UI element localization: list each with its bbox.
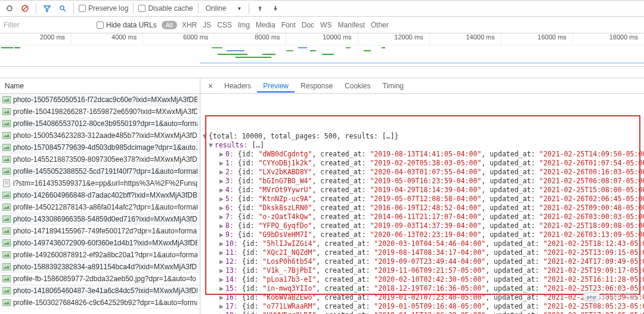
json-result-item[interactable]: ▶ 7: {id: "o-zOatT4kQw", created_at: "20… xyxy=(203,213,640,221)
preview-content[interactable]: phpphp中文网 ▼ {total: 10000, total_pages: … xyxy=(200,94,644,314)
request-row[interactable]: photo-1471894155967-749fe500172d?dpr=1&a… xyxy=(0,225,200,237)
hide-data-urls-checkbox[interactable]: Hide data URLs xyxy=(97,21,157,29)
close-icon[interactable]: × xyxy=(204,81,217,91)
json-result-item[interactable]: ▶ 3: {id: "bGInG7BO_W4", created_at: "20… xyxy=(203,177,640,186)
json-result-item[interactable]: ▶ 11: {id: "XQc2I_NQZdM", created_at: "2… xyxy=(203,248,640,257)
request-name: photo-1426604966848-d7adac402bff?ixid=MX… xyxy=(13,191,197,199)
image-file-icon xyxy=(2,131,11,140)
request-row[interactable]: profile-1503027684826-c9c642529b92?dpr=1… xyxy=(0,297,200,309)
request-row[interactable]: photo-1588392382834-a891154bca4d?ixid=MX… xyxy=(0,261,200,273)
json-result-item[interactable]: ▶ 10: {id: "5hlIJwIZGi4", created_at: "2… xyxy=(203,239,640,248)
throttling-select[interactable]: Online ▼ xyxy=(203,4,244,13)
filter-type-media[interactable]: Media xyxy=(256,21,275,29)
filter-type-img[interactable]: Img xyxy=(238,21,250,29)
json-result-item[interactable]: ▶ 2: {id: "LXv2bKABD8Y", created_at: "20… xyxy=(203,168,640,177)
json-result-item[interactable]: ▶ 4: {id: "MVrOt9YywrU", created_at: "20… xyxy=(203,186,640,195)
svg-rect-14 xyxy=(3,144,11,150)
json-result-item[interactable]: ▶ 12: {id: "LosP0h6tb54", created_at: "2… xyxy=(203,257,640,266)
ruler-tick: 2000 ms xyxy=(0,33,71,45)
json-result-item[interactable]: ▶ 5: {id: "KtnNZp-uc9A", created_at: "20… xyxy=(203,195,640,204)
request-row[interactable]: photo-1505765050516-f72dcac9c60e?ixid=MX… xyxy=(0,94,200,106)
clear-icon[interactable] xyxy=(19,2,31,14)
json-result-item[interactable]: ▶ 6: {id: "Dksk8szLRN0", created_at: "20… xyxy=(203,204,640,213)
filter-all-badge[interactable]: All xyxy=(162,21,177,29)
image-file-icon xyxy=(2,96,11,104)
tab-headers[interactable]: Headers xyxy=(218,79,257,93)
disable-cache-checkbox[interactable]: Disable cache xyxy=(138,4,193,13)
filter-type-other[interactable]: Other xyxy=(371,21,389,29)
json-result-item[interactable]: ▶ 9: {id: "G9bDsVeHM7I", created_at: "20… xyxy=(203,230,640,239)
ruler-tick: 14000 ms xyxy=(429,33,501,45)
request-row[interactable]: photo-1426604966848-d7adac402bff?ixid=MX… xyxy=(0,189,200,201)
request-row[interactable]: profile-1455052388552-5cd7191f40f7?dpr=1… xyxy=(0,165,200,177)
request-row[interactable]: photo-1497436072909-60f360e1d4b1?ixid=MX… xyxy=(0,237,200,249)
main-panel: Name photo-1505765050516-f72dcac9c60e?ix… xyxy=(0,78,644,314)
filter-input[interactable] xyxy=(2,20,92,30)
request-name: photo-1505765050516-f72dcac9c60e?ixid=MX… xyxy=(13,96,197,104)
json-result-item[interactable]: ▶ 8: {id: "YFPQ_6yqfDo", created_at: "20… xyxy=(203,221,640,230)
filter-type-js[interactable]: JS xyxy=(203,21,211,29)
image-file-icon xyxy=(2,143,11,152)
request-name: photo-1588392382834-a891154bca4d?ixid=MX… xyxy=(13,263,197,271)
svg-rect-10 xyxy=(3,120,11,127)
svg-rect-34 xyxy=(3,251,11,258)
tab-timing[interactable]: Timing xyxy=(376,79,410,93)
separator xyxy=(249,3,249,14)
request-row[interactable]: profile-1492600878912-ef92a8bc20a1?dpr=1… xyxy=(0,249,200,261)
image-file-icon xyxy=(2,107,11,116)
preserve-log-checkbox[interactable]: Preserve log xyxy=(79,4,128,13)
svg-rect-6 xyxy=(3,96,11,103)
download-icon[interactable] xyxy=(270,2,281,14)
filter-icon[interactable] xyxy=(41,2,53,14)
tab-response[interactable]: Response xyxy=(295,79,339,93)
spacer xyxy=(0,67,644,78)
json-root[interactable]: ▼ {total: 10000, total_pages: 500, resul… xyxy=(203,132,640,141)
search-icon[interactable] xyxy=(57,2,69,14)
separator xyxy=(36,3,36,14)
svg-rect-36 xyxy=(3,263,11,270)
request-row[interactable]: profile-1450212878143-a86fa014afc2?dpr=1… xyxy=(0,201,200,213)
svg-rect-24 xyxy=(3,192,11,198)
json-results[interactable]: ▼ results: […] xyxy=(203,141,640,150)
svg-point-0 xyxy=(7,6,12,11)
network-toolbar: Preserve log Disable cache Online ▼ xyxy=(0,0,644,17)
svg-marker-3 xyxy=(44,6,50,11)
filter-type-font[interactable]: Font xyxy=(281,21,296,29)
json-result-item[interactable]: ▶ 0: {id: "dWB0dCgdntg", created_at: "20… xyxy=(203,150,640,159)
svg-rect-12 xyxy=(3,132,11,138)
filter-type-css[interactable]: CSS xyxy=(217,21,232,29)
request-row[interactable]: i?stm=1614353599371&e=pp&url=https%3A%2F… xyxy=(0,177,200,189)
filter-type-xhr[interactable]: XHR xyxy=(182,21,197,29)
svg-rect-26 xyxy=(3,204,11,210)
request-name: photo-1418065460487-3e41a6c84dc5?ixid=MX… xyxy=(13,287,197,295)
request-row[interactable]: photo-1455218873509-8097305ee378?ixid=MX… xyxy=(0,153,200,165)
tab-preview[interactable]: Preview xyxy=(257,79,295,93)
request-name: profile-1450212878143-a86fa014afc2?dpr=1… xyxy=(13,203,197,211)
request-row[interactable]: profile-1540865537012-80ce3b955019?dpr=1… xyxy=(0,118,200,130)
request-row[interactable]: profile-fb-1586085977-2dbda32aeb50.jpg?d… xyxy=(0,273,200,285)
image-file-icon xyxy=(2,275,11,283)
upload-icon[interactable] xyxy=(254,2,266,14)
image-file-icon xyxy=(2,167,11,176)
request-row[interactable]: photo-1418065460487-3e41a6c84dc5?ixid=MX… xyxy=(0,285,200,297)
json-result-item[interactable]: ▶ 18: {id: "VVWWBrr0LDI", created_at: "2… xyxy=(203,311,640,314)
details-panel: × HeadersPreviewResponseCookiesTiming ph… xyxy=(200,78,644,314)
request-name: profile-1503027684826-c9c642529b92?dpr=1… xyxy=(13,298,197,307)
name-column-header[interactable]: Name xyxy=(0,78,200,94)
json-result-item[interactable]: ▶ 1: {id: "CYYoDBj1k2k", created_at: "20… xyxy=(203,159,640,168)
request-row[interactable]: photo-1433086966358-54859d0ed716?ixid=MX… xyxy=(0,213,200,225)
record-icon[interactable] xyxy=(4,2,16,14)
request-row[interactable]: photo-1570845779639-4d503db985dcimage?dp… xyxy=(0,141,200,153)
timeline-overview[interactable]: 2000 ms4000 ms6000 ms8000 ms10000 ms1200… xyxy=(0,33,644,67)
request-row[interactable]: profile-1504198266287-1659872e6590?ixid=… xyxy=(0,106,200,118)
filter-type-manifest[interactable]: Manifest xyxy=(338,21,364,29)
svg-line-5 xyxy=(64,10,66,11)
request-row[interactable]: photo-1500534623283-312aade485b7?ixid=MX… xyxy=(0,130,200,141)
svg-rect-30 xyxy=(3,227,11,234)
svg-rect-38 xyxy=(3,275,11,282)
filter-type-doc[interactable]: Doc xyxy=(302,21,314,29)
filter-type-ws[interactable]: WS xyxy=(320,21,332,29)
svg-rect-20 xyxy=(4,180,10,187)
tab-cookies[interactable]: Cookies xyxy=(339,79,376,93)
json-result-item[interactable]: ▶ 13: {id: "V1k_-7BjPbI", created_at: "2… xyxy=(203,266,640,275)
